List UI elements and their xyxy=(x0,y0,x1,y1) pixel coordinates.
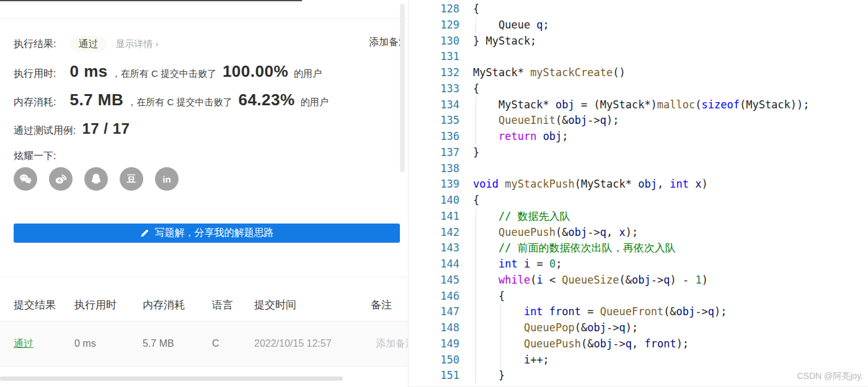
line-number: 137 xyxy=(409,145,466,161)
table-header-cell: 提交结果 xyxy=(14,298,74,312)
qq-icon[interactable] xyxy=(84,167,108,191)
line-number: 143 xyxy=(409,240,466,256)
add-note-button[interactable]: 添加备注 xyxy=(365,36,403,49)
code-line: 129 Queue q; xyxy=(409,17,810,33)
code-line-content: return obj; xyxy=(466,129,569,145)
code-line-content: { xyxy=(466,289,505,305)
row-language: C xyxy=(212,338,254,349)
show-details-link[interactable]: 显示详情 › xyxy=(115,38,158,50)
memory-suffix: 的用户 xyxy=(301,97,329,108)
indent-guide xyxy=(476,240,476,256)
code-line: 143 // 前面的数据依次出队，再依次入队 xyxy=(409,240,810,256)
line-number: 151 xyxy=(409,368,466,384)
result-row: 执行结果: 通过 显示详情 › xyxy=(14,35,159,53)
code-lines[interactable]: 128{129 Queue q;130} MyStack;131132MySta… xyxy=(409,1,810,384)
active-tab-indicator xyxy=(0,0,302,1)
code-line: 147 int front = QueueFront(&obj->q); xyxy=(409,304,810,320)
line-number: 131 xyxy=(409,49,466,65)
memory-percent: 64.23% xyxy=(238,90,294,110)
line-number: 147 xyxy=(409,304,466,320)
row-add-note-button[interactable]: 添加备注 xyxy=(371,337,408,350)
douban-icon[interactable]: 豆 xyxy=(120,167,143,191)
indent-guide xyxy=(500,352,501,368)
row-result-link[interactable]: 通过 xyxy=(14,337,74,350)
submission-result-panel: 执行结果: 通过 显示详情 › 添加备注 执行用时: 0 ms ，在所有 C 提… xyxy=(0,0,409,387)
code-line-content: MyStack* myStackCreate() xyxy=(466,65,626,81)
indent-guide xyxy=(500,320,501,336)
code-line-content xyxy=(466,49,473,65)
horizontal-scrollbar[interactable] xyxy=(0,376,343,381)
runtime-suffix: 的用户 xyxy=(294,68,322,80)
weibo-icon[interactable] xyxy=(49,167,73,191)
memory-row: 内存消耗: 5.7 MB ，在所有 C 提交中击败了 64.23% 的用户 xyxy=(14,90,329,110)
code-line: 138 xyxy=(409,161,810,177)
indent-guide xyxy=(476,289,476,305)
code-line-content: QueuePush(&obj->q, x); xyxy=(466,225,638,241)
line-number: 128 xyxy=(409,1,466,17)
code-line-content: QueuePop(&obj->q); xyxy=(466,320,638,336)
code-line: 133{ xyxy=(409,81,810,97)
line-number: 142 xyxy=(409,225,466,241)
line-number: 146 xyxy=(409,289,466,305)
submissions-table-row: 通过0 ms5.7 MBC2022/10/15 12:57添加备注 xyxy=(0,321,408,367)
table-header-cell: 内存消耗 xyxy=(143,298,212,312)
code-line: 139void myStackPush(MyStack* obj, int x) xyxy=(409,176,810,193)
indent-guide xyxy=(476,336,476,352)
write-solution-button[interactable]: 写题解，分享我的解题思路 xyxy=(14,224,400,243)
code-line-content: } xyxy=(466,368,505,384)
line-number: 135 xyxy=(409,113,466,129)
code-line-content: // 数据先入队 xyxy=(466,209,570,225)
memory-beat-text: ，在所有 C 提交中击败了 xyxy=(127,97,232,108)
table-header-cell: 语言 xyxy=(212,298,254,312)
code-line: 145 while(i < QueueSize(&obj->q) - 1) xyxy=(409,272,810,289)
runtime-beat-text: ，在所有 C 提交中击败了 xyxy=(112,68,216,80)
code-line: 150 i++; xyxy=(409,352,810,368)
submissions-table-header: 提交结果执行用时内存消耗语言提交时间备注 xyxy=(0,277,408,321)
pencil-icon xyxy=(140,228,149,238)
add-note-label: 添加备注 xyxy=(369,36,403,49)
indent-guide xyxy=(476,209,476,225)
indent-guide xyxy=(476,113,476,129)
line-number: 139 xyxy=(409,176,466,193)
testcases-row: 通过测试用例: 17 / 17 xyxy=(14,120,130,137)
runtime-row: 执行用时: 0 ms ，在所有 C 提交中击败了 100.00% 的用户 xyxy=(14,62,322,81)
social-icons-row: 豆 in xyxy=(14,167,179,191)
share-label: 炫耀一下: xyxy=(14,150,56,163)
code-line-content: i++; xyxy=(466,352,549,368)
header-divider xyxy=(0,18,408,19)
indent-guide xyxy=(476,225,476,241)
indent-guide xyxy=(476,97,476,113)
code-line: 137} xyxy=(409,145,810,161)
code-line-content xyxy=(466,161,473,177)
indent-guide xyxy=(476,256,476,272)
code-line-content: // 前面的数据依次出队，再依次入队 xyxy=(466,240,676,256)
line-number: 130 xyxy=(409,33,466,50)
code-line: 140{ xyxy=(409,193,810,209)
code-line: 141 // 数据先入队 xyxy=(409,209,810,225)
line-number: 144 xyxy=(409,256,466,272)
testcases-value: 17 / 17 xyxy=(82,120,130,137)
indent-guide xyxy=(476,129,476,145)
indent-guide xyxy=(476,17,476,33)
code-line: 151 } xyxy=(409,368,810,384)
line-number: 145 xyxy=(409,272,466,289)
douban-glyph: 豆 xyxy=(127,173,136,185)
linkedin-icon[interactable]: in xyxy=(155,167,179,191)
wechat-icon[interactable] xyxy=(14,167,37,191)
line-number: 136 xyxy=(409,129,466,145)
indent-guide xyxy=(500,336,501,352)
line-number: 132 xyxy=(409,65,466,81)
code-line-content: QueueInit(&obj->q); xyxy=(466,113,619,129)
row-memory: 5.7 MB xyxy=(143,338,212,349)
code-line-content: QueuePush(&obj->q, front); xyxy=(466,336,689,352)
line-number: 150 xyxy=(409,352,466,368)
code-line-content: { xyxy=(466,81,479,97)
linkedin-glyph: in xyxy=(162,174,170,185)
result-badge: 通过 xyxy=(69,36,107,52)
write-solution-label: 写题解，分享我的解题思路 xyxy=(155,227,274,240)
code-line: 130} MyStack; xyxy=(409,33,810,50)
memory-label: 内存消耗: xyxy=(14,96,56,109)
row-submit-time: 2022/10/15 12:57 xyxy=(254,338,371,349)
indent-guide xyxy=(476,352,476,368)
vertical-scrollbar[interactable] xyxy=(400,4,405,172)
